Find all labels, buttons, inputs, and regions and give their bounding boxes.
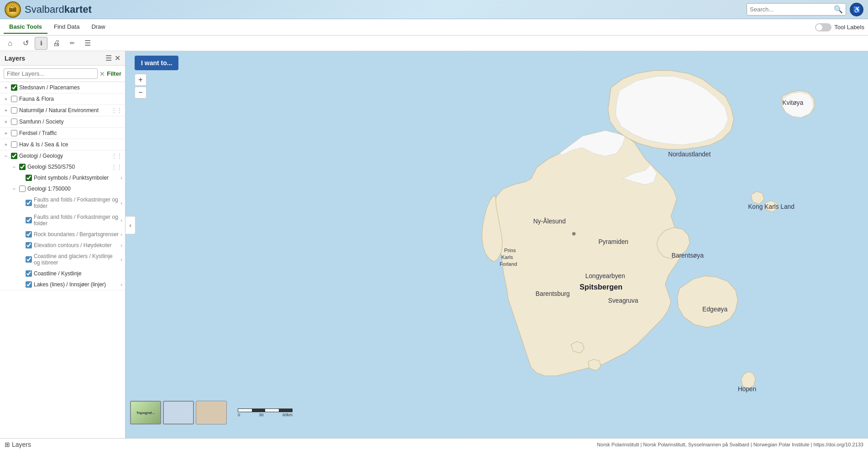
map-thumbnail-3[interactable]: [196, 401, 227, 424]
filter-input[interactable]: [4, 68, 98, 79]
layer-label-faults2: Faults and folds / Forkastninger og fold…: [34, 214, 119, 227]
expand-geologi-750[interactable]: −: [11, 186, 17, 192]
layer-label-coastline-glaciers: Coastline and glaciers / Kystlinje og is…: [34, 253, 119, 266]
checkbox-geologi[interactable]: [11, 153, 17, 159]
layer-label-geologi-s250: Geologi S250/S750: [27, 164, 110, 170]
checkbox-elevation[interactable]: [26, 242, 32, 248]
checkbox-faults2[interactable]: [26, 217, 32, 223]
sidebar: Layers ☰ ✕ ✕ Filter + Stedsnavn / Placen…: [0, 51, 125, 438]
checkbox-faults1[interactable]: [26, 200, 32, 206]
layer-list: + Stedsnavn / Placenames + Fauna & Flora…: [0, 82, 125, 438]
list-item[interactable]: + Fauna & Flora: [0, 93, 125, 104]
tool-labels-text: Tool Labels: [834, 24, 864, 31]
sidebar-close[interactable]: ✕: [115, 54, 120, 62]
checkbox-coastline-glaciers[interactable]: [26, 256, 32, 263]
label-barentsburg: Barentsburg: [536, 290, 570, 297]
list-item[interactable]: + Samfunn / Society: [0, 116, 125, 127]
arrow-elevation: ›: [120, 243, 122, 248]
search-box[interactable]: 🔍: [747, 3, 846, 16]
info-button[interactable]: ℹ: [35, 37, 47, 50]
menu-button[interactable]: ☰: [81, 37, 94, 50]
drag-geologi-s250: ⋮⋮: [111, 164, 122, 170]
list-item[interactable]: + Hav & Is / Sea & Ice: [0, 139, 125, 150]
main-area: Layers ☰ ✕ ✕ Filter + Stedsnavn / Placen…: [0, 51, 868, 438]
sidebar-title: Layers: [5, 55, 25, 62]
checkbox-hav[interactable]: [11, 141, 17, 148]
list-item[interactable]: Faults and folds / Forkastninger og fold…: [0, 212, 125, 229]
arrow-lakes: ›: [120, 282, 122, 287]
list-item[interactable]: + Stedsnavn / Placenames: [0, 82, 125, 93]
label-hopen: Hopen: [738, 386, 757, 393]
search-button[interactable]: 🔍: [834, 5, 843, 14]
list-item[interactable]: Coastline and glaciers / Kystlinje og is…: [0, 251, 125, 268]
layer-label-rock: Rock boundaries / Bergartsgrenser: [34, 231, 119, 238]
filter-button[interactable]: Filter: [107, 70, 121, 77]
expand-fauna[interactable]: +: [3, 96, 9, 102]
label-edgeoya: Edgeøya: [702, 306, 727, 313]
logo: 🏔 Svalbardkartet: [5, 1, 92, 18]
list-item[interactable]: Elevation contours / Høydekoter ›: [0, 240, 125, 251]
layer-group-naturmiljo: + Naturmiljø / Natural Environment ⋮⋮: [0, 105, 125, 116]
list-item[interactable]: + Naturmiljø / Natural Environment ⋮⋮: [0, 105, 125, 116]
layer-label-fauna: Fauna & Flora: [19, 96, 122, 102]
checkbox-geologi-750[interactable]: [19, 186, 26, 192]
layer-group-stedsnavn: + Stedsnavn / Placenames: [0, 82, 125, 93]
checkbox-point-symbols[interactable]: [26, 175, 32, 181]
list-item[interactable]: − Geologi 1:750000: [0, 183, 125, 194]
list-item[interactable]: − Geologi / Geology ⋮⋮: [0, 150, 125, 161]
list-item[interactable]: Faults and folds / Forkastninger og fold…: [0, 194, 125, 212]
tab-find-data[interactable]: Find Data: [48, 21, 85, 34]
expand-geologi-s250[interactable]: −: [11, 164, 17, 170]
checkbox-coastline[interactable]: [26, 270, 32, 277]
layer-group-hav: + Hav & Is / Sea & Ice: [0, 139, 125, 150]
site-title: Svalbardkartet: [25, 4, 92, 16]
tab-draw[interactable]: Draw: [86, 21, 110, 34]
i-want-to-button[interactable]: I want to...: [135, 56, 178, 70]
zoom-out-button[interactable]: −: [135, 87, 146, 98]
filter-row: ✕ Filter: [0, 66, 125, 82]
sidebar-collapse-button[interactable]: ‹: [125, 216, 136, 234]
layer-label-elevation: Elevation contours / Høydekoter: [34, 242, 119, 248]
expand-naturmiljo[interactable]: +: [3, 107, 9, 114]
drag-geologi: ⋮⋮: [111, 153, 122, 159]
checkbox-geologi-s250[interactable]: [19, 164, 26, 170]
tool-labels-switch[interactable]: [815, 23, 831, 31]
logo-image: 🏔: [5, 1, 21, 18]
map-thumbnail-topograf[interactable]: Topograf...: [130, 401, 161, 424]
arrow-faults2: ›: [120, 217, 122, 223]
checkbox-rock[interactable]: [26, 231, 32, 238]
expand-stedsnavn[interactable]: +: [3, 84, 9, 91]
label-barentsoya: Barentsøya: [671, 252, 704, 259]
layers-toggle-button[interactable]: ⊞ Layers: [5, 441, 31, 448]
checkbox-naturmiljo[interactable]: [11, 107, 17, 114]
list-item[interactable]: Rock boundaries / Bergartsgrenser ›: [0, 229, 125, 240]
filter-clear-button[interactable]: ✕: [99, 70, 105, 78]
layers-label: Layers: [12, 441, 31, 448]
list-item[interactable]: + Ferdsel / Traffic: [0, 128, 125, 139]
home-button[interactable]: ⌂: [4, 37, 16, 50]
print-button[interactable]: 🖨: [50, 37, 63, 50]
map-container[interactable]: Kvitøya Nordaustlandet Kong Karls Land N…: [125, 51, 868, 438]
checkbox-lakes[interactable]: [26, 281, 32, 288]
checkbox-samfunn[interactable]: [11, 119, 17, 125]
sidebar-list-view[interactable]: ☰: [105, 54, 112, 62]
checkbox-ferdsel[interactable]: [11, 130, 17, 136]
checkbox-fauna[interactable]: [11, 96, 17, 102]
map-thumbnail-2[interactable]: [163, 401, 194, 424]
expand-samfunn[interactable]: +: [3, 119, 9, 125]
expand-hav[interactable]: +: [3, 141, 9, 148]
zoom-in-button[interactable]: +: [135, 74, 146, 86]
list-item[interactable]: − Geologi S250/S750 ⋮⋮: [0, 161, 125, 172]
list-item[interactable]: Point symbols / Punktsymboler ›: [0, 172, 125, 183]
expand-geologi[interactable]: −: [3, 153, 9, 159]
tab-basic-tools[interactable]: Basic Tools: [4, 21, 47, 34]
refresh-button[interactable]: ↺: [19, 37, 32, 50]
search-input[interactable]: [750, 6, 832, 13]
label-longyearbyen: Longyearbyen: [585, 273, 625, 279]
list-item[interactable]: Coastline / Kystlinje: [0, 268, 125, 279]
expand-ferdsel[interactable]: +: [3, 130, 9, 136]
accessibility-button[interactable]: ♿: [850, 3, 863, 16]
checkbox-stedsnavn[interactable]: [11, 84, 17, 91]
measure-button[interactable]: ✏: [66, 37, 78, 50]
list-item[interactable]: Lakes (lines) / Innsjøer (linjer) ›: [0, 279, 125, 290]
